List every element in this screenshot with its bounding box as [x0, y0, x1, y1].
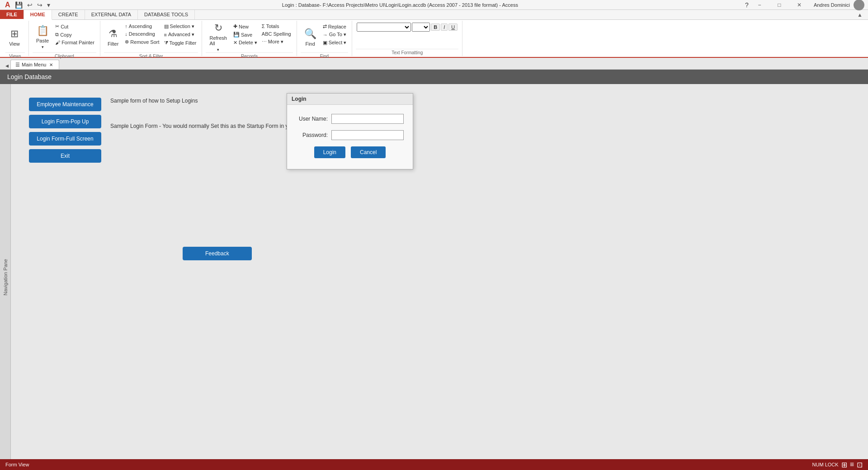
save-quick-btn[interactable]: 💾 — [14, 1, 24, 9]
tab-create[interactable]: CREATE — [52, 10, 85, 19]
close-btn[interactable]: ✕ — [790, 0, 808, 10]
copy-icon: ⧉ — [55, 32, 59, 38]
save-btn[interactable]: 💾 Save — [231, 31, 259, 38]
feedback-btn[interactable]: Feedback — [183, 247, 252, 260]
new-icon: ✚ — [233, 24, 237, 29]
ribbon-group-clipboard: 📋 Paste ▾ ✂ Cut ⧉ Copy 🖌 Format P — [29, 21, 100, 56]
tab-file[interactable]: FILE — [0, 10, 24, 20]
refresh-dropdown-icon[interactable]: ▾ — [217, 47, 219, 52]
more-btn[interactable]: ⋯ More ▾ — [260, 38, 293, 46]
main-area: Navigation Pane Employee Maintenance Log… — [0, 84, 868, 470]
goto-btn[interactable]: → Go To ▾ — [321, 31, 349, 38]
status-left-text: Form View — [5, 462, 29, 467]
remove-sort-label: Remove Sort — [130, 39, 159, 45]
totals-btn[interactable]: Σ Totals — [260, 23, 293, 30]
toggle-filter-label: Toggle Filter — [170, 40, 197, 46]
remove-sort-icon: ⊗ — [125, 39, 129, 45]
toggle-filter-btn[interactable]: ⧩ Toggle Filter — [162, 39, 198, 47]
user-info: ? − □ ✕ Andres Dominici — [745, 0, 868, 10]
layout-icon-2[interactable]: ≡ — [850, 461, 854, 469]
new-btn[interactable]: ✚ New — [231, 23, 259, 30]
undo-btn[interactable]: ↩ — [26, 1, 34, 9]
select-label: Select ▾ — [329, 40, 347, 46]
views-group-label: Views — [5, 52, 25, 59]
status-right-area: NUM LOCK ⊞ ≡ ⊡ — [812, 461, 863, 469]
password-input[interactable] — [331, 130, 404, 140]
ascending-label: Ascending — [129, 24, 152, 29]
refresh-label: RefreshAll — [209, 35, 227, 46]
layout-icon-1[interactable]: ⊞ — [841, 461, 847, 469]
paste-dropdown-icon[interactable]: ▾ — [42, 45, 44, 49]
cut-label: Cut — [61, 24, 68, 29]
ribbon-group-views: ⊞ View Views — [2, 21, 29, 56]
login-form-fullscreen-btn[interactable]: Login Form-Full Screen — [29, 132, 101, 146]
ribbon-collapse-btn[interactable]: ▲ — [855, 11, 864, 19]
ribbon-tabs: FILE HOME CREATE EXTERNAL DATA DATABASE … — [0, 10, 868, 20]
customize-quick-access[interactable]: ▾ — [46, 1, 52, 9]
access-icon[interactable]: A — [4, 0, 12, 9]
login-btn[interactable]: Login — [314, 146, 345, 158]
replace-btn[interactable]: ⇄ Replace — [321, 23, 349, 30]
tabs-nav-left[interactable]: ◂ — [4, 62, 10, 69]
refresh-all-btn[interactable]: ↻ RefreshAll ▾ — [206, 23, 231, 52]
italic-btn[interactable]: I — [441, 24, 448, 31]
find-btn[interactable]: 🔍 Find — [301, 23, 320, 52]
tab-icon: ☰ — [15, 62, 20, 68]
ribbon-group-text-formatting: B I U Text Formatting — [352, 21, 462, 56]
selection-label: Selection ▾ — [170, 24, 194, 29]
tab-external-data[interactable]: EXTERNAL DATA — [85, 10, 138, 19]
tab-main-menu[interactable]: ☰ Main Menu ✕ — [10, 60, 59, 69]
restore-btn[interactable]: □ — [770, 0, 788, 10]
view-btn[interactable]: ⊞ View — [5, 23, 24, 52]
filter-label: Filter — [108, 41, 118, 47]
format-painter-icon: 🖌 — [55, 40, 60, 45]
tab-database-tools[interactable]: DATABASE TOOLS — [138, 10, 195, 19]
password-row: Password: — [296, 130, 404, 140]
redo-btn[interactable]: ↪ — [36, 1, 44, 9]
ascending-btn[interactable]: ↑ Ascending — [123, 23, 161, 30]
login-form-popup-btn[interactable]: Login Form-Pop Up — [29, 115, 101, 128]
select-btn[interactable]: ▣ Select ▾ — [321, 39, 349, 47]
employee-maintenance-btn[interactable]: Employee Maintenance — [29, 98, 101, 111]
ribbon-group-sort-filter: ⚗ Filter ↑ Ascending ↓ Descending ⊗ Remo… — [100, 21, 203, 56]
delete-btn[interactable]: ✕ Delete ▾ — [231, 39, 259, 47]
descending-btn[interactable]: ↓ Descending — [123, 30, 161, 38]
view-label: View — [9, 41, 20, 47]
username-input[interactable] — [331, 114, 404, 124]
minimize-btn[interactable]: − — [750, 0, 769, 10]
paste-btn[interactable]: 📋 Paste ▾ — [33, 23, 52, 52]
header-title: Login Database — [7, 73, 52, 80]
advanced-btn[interactable]: ≡ Advanced ▾ — [162, 31, 198, 38]
filter-btn[interactable]: ⚗ Filter — [104, 23, 122, 52]
refresh-icon: ↻ — [214, 22, 222, 34]
layout-icon-3[interactable]: ⊡ — [857, 461, 863, 469]
spelling-label: Spelling — [273, 31, 291, 37]
font-size-select[interactable] — [412, 23, 430, 32]
tab-home[interactable]: HOME — [24, 10, 52, 20]
tab-close-btn[interactable]: ✕ — [48, 61, 54, 68]
left-buttons-panel: Employee Maintenance Login Form-Pop Up L… — [29, 98, 101, 163]
goto-icon: → — [323, 32, 328, 38]
navigation-pane[interactable]: Navigation Pane — [0, 84, 11, 470]
username-row: User Name: — [296, 114, 404, 124]
delete-label: Delete ▾ — [239, 40, 257, 46]
cancel-btn[interactable]: Cancel — [351, 146, 386, 158]
font-name-select[interactable] — [357, 23, 411, 32]
goto-label: Go To ▾ — [329, 32, 346, 38]
app-title-bar: A 💾 ↩ ↪ ▾ Login : Database- F:\Access Pr… — [0, 0, 868, 10]
help-icon[interactable]: ? — [745, 1, 749, 9]
selection-btn[interactable]: ▤ Selection ▾ — [162, 23, 198, 30]
exit-btn[interactable]: Exit — [29, 149, 101, 163]
underline-btn[interactable]: U — [448, 24, 458, 31]
spelling-btn[interactable]: ABC Spelling — [260, 30, 293, 38]
cut-btn[interactable]: ✂ Cut — [53, 23, 96, 30]
bold-btn[interactable]: B — [431, 24, 440, 31]
select-icon: ▣ — [323, 40, 327, 46]
text-formatting-group-label: Text Formatting — [356, 49, 458, 55]
copy-btn[interactable]: ⧉ Copy — [53, 31, 96, 38]
totals-icon: Σ — [262, 24, 265, 29]
more-label: More ▾ — [268, 39, 283, 45]
format-painter-btn[interactable]: 🖌 Format Painter — [53, 39, 96, 46]
view-icon: ⊞ — [10, 28, 19, 40]
remove-sort-btn[interactable]: ⊗ Remove Sort — [123, 38, 161, 46]
